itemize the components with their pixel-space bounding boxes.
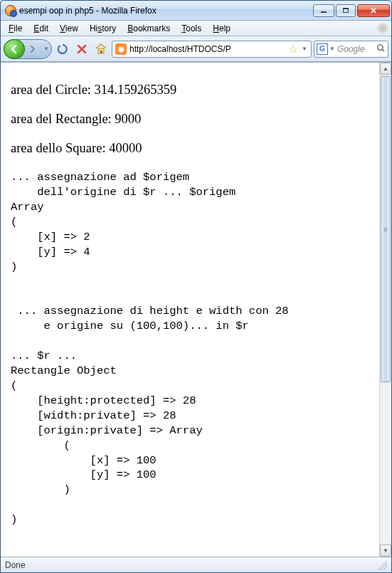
stop-button[interactable] bbox=[73, 41, 90, 58]
search-engine-icon[interactable]: G bbox=[317, 43, 328, 55]
search-engine-dropdown-icon[interactable]: ▼ bbox=[329, 46, 335, 52]
url-dropdown-icon[interactable]: ▼ bbox=[300, 46, 309, 52]
window-title: esempi oop in php5 - Mozilla Firefox bbox=[19, 6, 313, 16]
nav-buttons: ▼ bbox=[4, 39, 52, 59]
bookmark-star-icon[interactable]: ☆ bbox=[289, 43, 298, 55]
title-bar[interactable]: esempi oop in php5 - Mozilla Firefox ✕ bbox=[1, 1, 391, 21]
scroll-up-button[interactable]: ▲ bbox=[380, 63, 391, 75]
maximize-button[interactable] bbox=[336, 4, 356, 17]
firefox-icon bbox=[5, 5, 16, 16]
circle-area-line: area del Circle: 314.159265359 bbox=[11, 83, 369, 98]
menu-file[interactable]: File bbox=[4, 22, 27, 35]
status-text: Done bbox=[5, 560, 26, 570]
home-button[interactable] bbox=[92, 41, 110, 58]
svg-rect-2 bbox=[100, 51, 102, 53]
activity-indicator-icon bbox=[377, 23, 388, 34]
navigation-toolbar: ▼ ◉ http://localhost/HTDOCS/P ☆ ▼ G ▼ Go… bbox=[1, 36, 391, 62]
content-area: area del Circle: 314.159265359 area del … bbox=[1, 62, 391, 557]
scroll-thumb[interactable] bbox=[381, 76, 391, 382]
menu-view[interactable]: View bbox=[55, 22, 83, 35]
scroll-down-button[interactable]: ▼ bbox=[380, 545, 391, 557]
page-body: area del Circle: 314.159265359 area del … bbox=[1, 63, 379, 557]
search-bar[interactable]: G ▼ Google bbox=[314, 41, 388, 58]
search-input[interactable]: Google bbox=[337, 44, 376, 54]
vertical-scrollbar[interactable]: ▲ ▼ bbox=[379, 63, 391, 557]
url-text[interactable]: http://localhost/HTDOCS/P bbox=[129, 44, 287, 54]
browser-window: esempi oop in php5 - Mozilla Firefox ✕ F… bbox=[0, 0, 392, 573]
reload-button[interactable] bbox=[54, 41, 71, 58]
menu-history[interactable]: History bbox=[85, 22, 121, 35]
svg-line-4 bbox=[382, 49, 384, 51]
site-favicon-icon: ◉ bbox=[115, 43, 127, 55]
minimize-button[interactable] bbox=[313, 4, 334, 17]
rectangle-area-line: area del Rectangle: 9000 bbox=[11, 112, 369, 127]
forward-button[interactable] bbox=[24, 45, 41, 53]
code-output-block: ... assegnazione ad $origem dell'origine… bbox=[11, 170, 369, 527]
window-controls: ✕ bbox=[313, 4, 390, 17]
menu-tools[interactable]: Tools bbox=[176, 22, 206, 35]
back-button[interactable] bbox=[4, 39, 25, 59]
square-area-line: area dello Square: 40000 bbox=[11, 141, 369, 156]
close-button[interactable]: ✕ bbox=[357, 4, 390, 17]
menu-help[interactable]: Help bbox=[208, 22, 235, 35]
nav-history-dropdown[interactable]: ▼ bbox=[41, 46, 51, 52]
menu-edit[interactable]: Edit bbox=[28, 22, 53, 35]
url-bar[interactable]: ◉ http://localhost/HTDOCS/P ☆ ▼ bbox=[112, 41, 312, 58]
menu-bookmarks[interactable]: Bookmarks bbox=[122, 22, 175, 35]
resize-grip-icon[interactable] bbox=[377, 560, 387, 570]
svg-rect-0 bbox=[321, 11, 327, 13]
status-bar: Done bbox=[1, 557, 391, 572]
search-go-icon[interactable] bbox=[376, 43, 386, 55]
svg-point-3 bbox=[378, 44, 383, 49]
menu-bar: File Edit View History Bookmarks Tools H… bbox=[1, 21, 391, 36]
